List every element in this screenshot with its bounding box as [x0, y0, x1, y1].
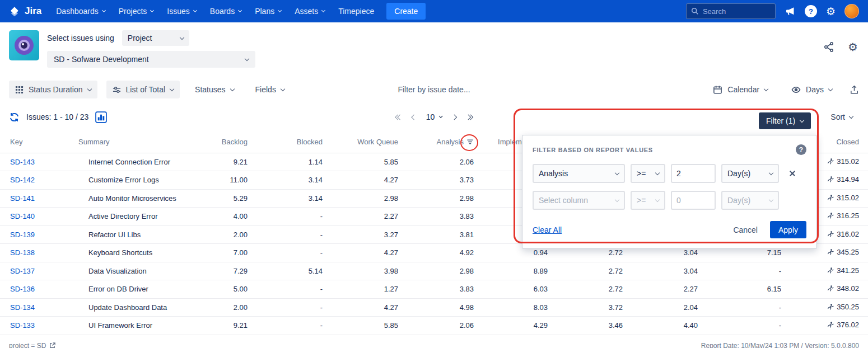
filter-help-icon[interactable]: ? [796, 144, 806, 155]
duration-cell: 3.83 [398, 280, 474, 299]
project-dropdown[interactable]: SD - Sofware Development [47, 51, 255, 68]
chevron-down-icon [655, 170, 660, 175]
help-icon[interactable]: ? [805, 5, 817, 17]
remove-filter-icon[interactable] [787, 168, 798, 179]
duration-cell: - [698, 298, 781, 317]
report-type-dropdown[interactable]: Status Duration [9, 81, 97, 98]
fields-dropdown[interactable]: Fields [249, 81, 291, 98]
filter-column-value: Analysis [539, 169, 568, 178]
sliders-icon [113, 86, 121, 94]
issue-source-value: Project [128, 34, 152, 43]
search-input[interactable] [703, 7, 771, 16]
column-header: Analysis [398, 131, 474, 153]
duration-cell: 4.92 [398, 244, 474, 262]
last-page-button[interactable] [466, 115, 472, 119]
chart-view-icon[interactable] [95, 111, 107, 123]
create-button[interactable]: Create [386, 3, 426, 20]
duration-cell: 6.03 [474, 280, 548, 299]
filter-value-input-2[interactable] [671, 191, 716, 210]
issue-key-link[interactable]: SD-139 [10, 231, 35, 239]
nav-item-projects[interactable]: Projects [119, 7, 154, 16]
page-size-dropdown[interactable]: 10 [426, 112, 442, 121]
statuses-dropdown[interactable]: Statuses [189, 81, 240, 98]
nav-item-assets[interactable]: Assets [295, 7, 325, 16]
duration-cell: 4.98 [398, 298, 474, 317]
admin-gear-icon[interactable]: ⚙ [826, 6, 836, 17]
issue-key-link[interactable]: SD-141 [10, 194, 35, 203]
issue-source-dropdown[interactable]: Project [122, 30, 189, 46]
duration-cell: 1.14 [248, 153, 323, 171]
nav-item-label: Assets [295, 7, 318, 16]
nav-item-timepiece[interactable]: Timepiece [338, 7, 374, 16]
calendar-dropdown[interactable]: Calendar [707, 81, 774, 98]
view-mode-value: List of Total [126, 85, 166, 94]
chevron-down-icon [769, 170, 773, 175]
fields-label: Fields [255, 85, 276, 94]
clear-all-link[interactable]: Clear All [533, 225, 562, 234]
filter-operator-select[interactable]: >= [631, 164, 665, 183]
filter-button[interactable]: Filter (1) [759, 112, 811, 129]
refresh-icon[interactable] [9, 112, 20, 123]
sort-dropdown[interactable]: Sort [830, 102, 853, 131]
eye-icon [791, 85, 801, 95]
next-page-button[interactable] [452, 115, 456, 119]
issue-date-filter[interactable]: Filter by issue date... [398, 85, 470, 94]
column-header: Blocked [248, 131, 323, 153]
cancel-button[interactable]: Cancel [733, 225, 758, 234]
duration-cell: 9.21 [190, 317, 248, 335]
nav-item-issues[interactable]: Issues [167, 7, 196, 16]
issue-key-link[interactable]: SD-136 [10, 285, 35, 293]
issue-summary: Data Visualization [78, 262, 190, 280]
issue-key-link[interactable]: SD-133 [10, 321, 35, 330]
duration-cell: 5.00 [190, 280, 248, 299]
issue-key-link[interactable]: SD-143 [10, 158, 35, 166]
issue-key-link[interactable]: SD-137 [10, 267, 35, 275]
announcements-icon[interactable] [785, 6, 796, 17]
export-icon[interactable] [850, 85, 859, 95]
prev-page-button[interactable] [412, 115, 416, 119]
brand-label: Jira [25, 6, 41, 17]
first-page-button[interactable] [396, 115, 402, 119]
duration-cell: 2.06 [398, 317, 474, 335]
time-unit-dropdown[interactable]: Days [785, 81, 838, 98]
filter-row-1: Analysis >= Day(s) [533, 164, 806, 183]
issue-key-link[interactable]: SD-140 [10, 212, 35, 220]
duration-cell: - [698, 262, 781, 280]
report-type-value: Status Duration [29, 85, 83, 94]
nav-item-dashboards[interactable]: Dashboards [56, 7, 105, 16]
jira-logo[interactable]: Jira [9, 6, 41, 17]
time-unit-value: Days [806, 85, 824, 94]
duration-cell: 3.04 [623, 262, 698, 280]
view-mode-dropdown[interactable]: List of Total [106, 81, 180, 98]
nav-item-plans[interactable]: Plans [255, 7, 281, 16]
ongoing-status-icon [827, 194, 834, 203]
filter-unit-select-2[interactable]: Day(s) [721, 191, 779, 210]
filter-column-select[interactable]: Analysis [533, 164, 625, 183]
chevron-down-icon [170, 86, 174, 91]
chevron-down-icon [615, 197, 619, 201]
apply-button[interactable]: Apply [770, 221, 806, 238]
report-settings-gear-icon[interactable]: ⚙ [848, 41, 858, 53]
global-search[interactable] [686, 3, 776, 19]
filter-value-input[interactable] [671, 164, 716, 183]
calendar-icon [713, 85, 722, 95]
filter-operator-select-2[interactable]: >= [631, 191, 665, 210]
chevron-down-icon [238, 8, 242, 12]
filter-unit-select[interactable]: Day(s) [721, 164, 779, 183]
issue-key-link[interactable]: SD-142 [10, 176, 35, 184]
filter-column-select-2[interactable]: Select column [533, 191, 625, 210]
column-header: Backlog [190, 131, 248, 153]
issue-key-link[interactable]: SD-138 [10, 248, 35, 257]
duration-cell: 9.21 [190, 153, 248, 171]
user-avatar[interactable] [844, 4, 859, 18]
duration-cell: 5.85 [323, 317, 398, 335]
issue-key-link[interactable]: SD-134 [10, 303, 35, 312]
ongoing-status-icon [827, 303, 834, 312]
sort-label: Sort [830, 112, 845, 121]
ongoing-status-icon [827, 212, 834, 221]
ongoing-status-icon [827, 285, 834, 294]
nav-item-boards[interactable]: Boards [210, 7, 241, 16]
external-link-icon[interactable] [49, 342, 56, 348]
analysis-column-filter-icon[interactable] [466, 138, 474, 145]
share-icon[interactable] [823, 41, 834, 53]
